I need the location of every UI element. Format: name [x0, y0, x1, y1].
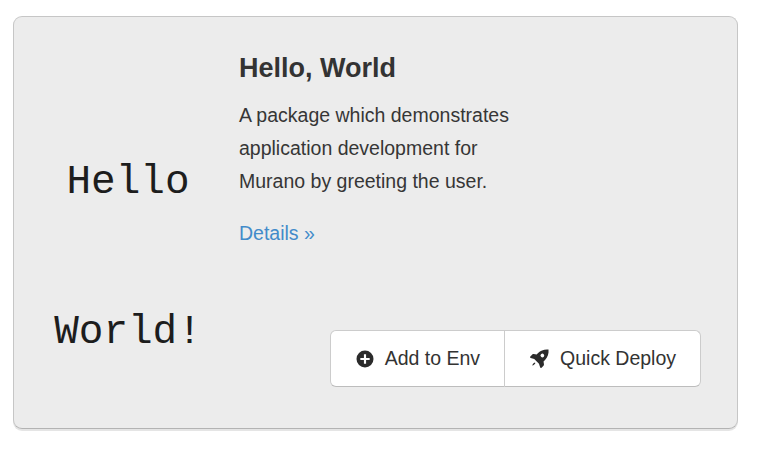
logo-line-2: World! — [14, 307, 242, 357]
package-title: Hello, World — [239, 53, 569, 84]
quick-deploy-label: Quick Deploy — [560, 347, 676, 370]
add-to-env-label: Add to Env — [385, 347, 480, 370]
card-actions: Add to Env Quick Deploy — [330, 330, 701, 387]
details-link[interactable]: Details » — [239, 222, 315, 245]
package-card: Hello World! Hello, World A package whic… — [13, 16, 738, 429]
package-logo: Hello World! — [14, 57, 242, 457]
quick-deploy-button[interactable]: Quick Deploy — [504, 330, 701, 387]
package-info: Hello, World A package which demonstrate… — [239, 53, 569, 245]
plus-circle-icon — [355, 349, 375, 369]
page: Hello World! Hello, World A package whic… — [0, 0, 768, 460]
add-to-env-button[interactable]: Add to Env — [330, 330, 505, 387]
rocket-icon — [529, 348, 550, 369]
logo-line-1: Hello — [14, 157, 242, 207]
package-description: A package which demonstrates application… — [239, 99, 535, 198]
